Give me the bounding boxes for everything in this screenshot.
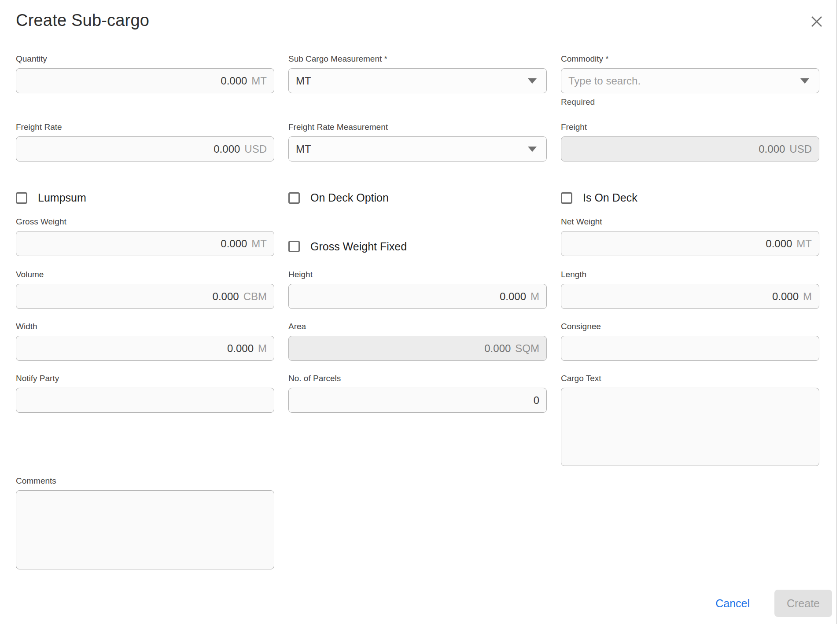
net-weight-input[interactable]: 0.000 MT <box>561 231 819 256</box>
lumpsum-checkbox-group: Lumpsum <box>16 191 274 204</box>
quantity-unit: MT <box>251 75 267 87</box>
modal-edge-divider <box>836 0 837 624</box>
length-label: Length <box>561 269 819 280</box>
consignee-label: Consignee <box>561 321 819 332</box>
on-deck-option-checkbox[interactable] <box>288 192 300 204</box>
field-freight-rate: Freight Rate 0.000 USD <box>16 122 274 162</box>
field-no-of-parcels: No. of Parcels 0 <box>288 373 547 466</box>
freight-input: 0.000 USD <box>561 136 819 162</box>
length-unit: M <box>803 290 812 303</box>
freight-rate-input[interactable]: 0.000 USD <box>16 136 274 162</box>
area-value: 0.000 <box>484 342 511 355</box>
gross-weight-fixed-label: Gross Weight Fixed <box>310 240 407 253</box>
is-on-deck-label: Is On Deck <box>583 191 637 204</box>
commodity-label: Commodity * <box>561 54 819 64</box>
close-button[interactable] <box>808 13 825 30</box>
width-value: 0.000 <box>227 342 254 355</box>
volume-label: Volume <box>16 269 274 280</box>
freight-rate-measurement-label: Freight Rate Measurement <box>288 122 547 132</box>
field-consignee: Consignee <box>561 321 819 361</box>
freight-label: Freight <box>561 122 819 132</box>
area-unit: SQM <box>515 342 539 355</box>
comments-label: Comments <box>16 476 274 486</box>
volume-input[interactable]: 0.000 CBM <box>16 284 274 309</box>
commodity-select[interactable] <box>561 68 819 93</box>
dialog-header: Create Sub-cargo <box>0 0 840 30</box>
freight-rate-unit: USD <box>244 143 267 155</box>
field-cargo-text: Cargo Text <box>561 373 819 466</box>
field-volume: Volume 0.000 CBM <box>16 269 274 309</box>
net-weight-label: Net Weight <box>561 217 819 227</box>
freight-value: 0.000 <box>759 143 785 155</box>
area-label: Area <box>288 321 547 332</box>
volume-value: 0.000 <box>213 290 239 303</box>
field-freight-rate-measurement: Freight Rate Measurement MT <box>288 122 547 162</box>
gross-weight-unit: MT <box>251 238 267 250</box>
width-label: Width <box>16 321 274 332</box>
sub-cargo-measurement-value: MT <box>296 75 311 87</box>
sub-cargo-measurement-label: Sub Cargo Measurement * <box>288 54 547 64</box>
field-area: Area 0.000 SQM <box>288 321 547 361</box>
field-width: Width 0.000 M <box>16 321 274 361</box>
required-helper-text: Required <box>561 97 819 107</box>
field-commodity: Commodity * Required <box>561 54 819 107</box>
net-weight-unit: MT <box>796 238 812 250</box>
width-input[interactable]: 0.000 M <box>16 336 274 361</box>
is-on-deck-checkbox[interactable] <box>561 192 572 204</box>
field-comments: Comments <box>16 476 274 569</box>
no-of-parcels-value: 0 <box>534 394 539 407</box>
no-of-parcels-input[interactable]: 0 <box>288 388 547 413</box>
cancel-button[interactable]: Cancel <box>708 593 757 614</box>
quantity-value: 0.000 <box>221 75 247 87</box>
chevron-down-icon <box>528 147 537 152</box>
field-height: Height 0.000 M <box>288 269 547 309</box>
freight-rate-measurement-select[interactable]: MT <box>288 136 547 162</box>
length-value: 0.000 <box>772 290 799 303</box>
quantity-input[interactable]: 0.000 MT <box>16 68 274 93</box>
gross-weight-fixed-checkbox-group: Gross Weight Fixed <box>288 237 547 256</box>
lumpsum-checkbox[interactable] <box>16 192 27 204</box>
gross-weight-label: Gross Weight <box>16 217 274 227</box>
height-unit: M <box>531 290 539 303</box>
gross-weight-fixed-checkbox[interactable] <box>288 241 300 252</box>
freight-rate-value: 0.000 <box>214 143 240 155</box>
quantity-label: Quantity <box>16 54 274 64</box>
gross-weight-input[interactable]: 0.000 MT <box>16 231 274 256</box>
comments-textarea[interactable] <box>16 490 274 569</box>
field-length: Length 0.000 M <box>561 269 819 309</box>
field-net-weight: Net Weight 0.000 MT <box>561 217 819 256</box>
width-unit: M <box>258 342 267 355</box>
net-weight-value: 0.000 <box>766 238 792 250</box>
commodity-search-input[interactable] <box>568 75 800 87</box>
on-deck-option-label: On Deck Option <box>310 191 389 204</box>
area-input: 0.000 SQM <box>288 336 547 361</box>
height-label: Height <box>288 269 547 280</box>
create-button[interactable]: Create <box>774 590 832 617</box>
cargo-text-label: Cargo Text <box>561 373 819 384</box>
gross-weight-value: 0.000 <box>221 238 247 250</box>
volume-unit: CBM <box>243 290 267 303</box>
field-gross-weight: Gross Weight 0.000 MT <box>16 217 274 256</box>
freight-rate-measurement-value: MT <box>296 143 311 155</box>
cargo-text-textarea[interactable] <box>561 388 819 466</box>
is-on-deck-checkbox-group: Is On Deck <box>561 191 819 204</box>
consignee-input[interactable] <box>561 336 819 361</box>
freight-rate-label: Freight Rate <box>16 122 274 132</box>
field-notify-party: Notify Party <box>16 373 274 466</box>
field-freight: Freight 0.000 USD <box>561 122 819 162</box>
sub-cargo-measurement-select[interactable]: MT <box>288 68 547 93</box>
page-title: Create Sub-cargo <box>16 11 149 30</box>
field-quantity: Quantity 0.000 MT <box>16 54 274 107</box>
freight-unit: USD <box>789 143 812 155</box>
create-subcargo-dialog: Create Sub-cargo Quantity 0.000 MT Sub C… <box>0 0 840 624</box>
height-value: 0.000 <box>500 290 526 303</box>
length-input[interactable]: 0.000 M <box>561 284 819 309</box>
on-deck-option-checkbox-group: On Deck Option <box>288 191 547 204</box>
lumpsum-label: Lumpsum <box>38 191 86 204</box>
chevron-down-icon <box>528 78 537 84</box>
height-input[interactable]: 0.000 M <box>288 284 547 309</box>
dialog-footer: Cancel Create <box>0 590 840 617</box>
no-of-parcels-label: No. of Parcels <box>288 373 547 384</box>
notify-party-input[interactable] <box>16 388 274 413</box>
notify-party-label: Notify Party <box>16 373 274 384</box>
